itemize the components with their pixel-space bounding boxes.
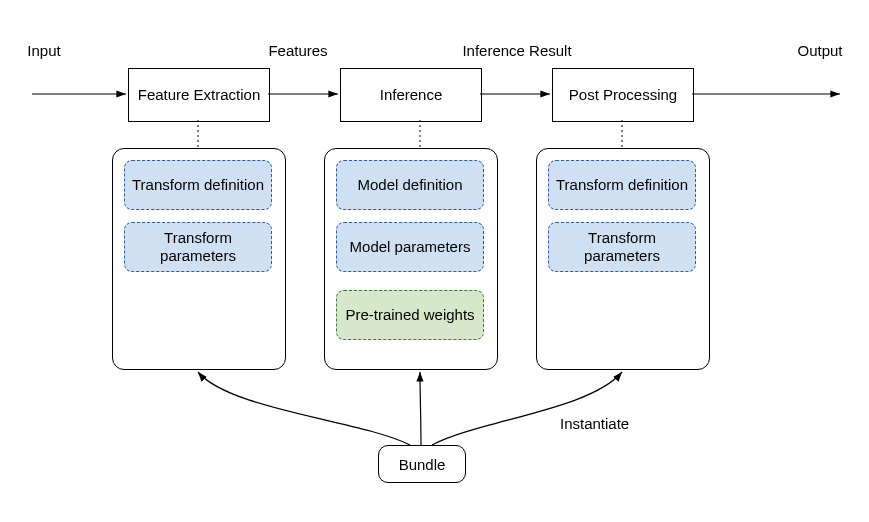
chip-inf-model-definition: Model definition	[336, 160, 484, 210]
stage-feature-extraction: Feature Extraction	[128, 68, 270, 122]
label-input: Input	[20, 42, 68, 61]
chip-pp-transform-definition: Transform definition	[548, 160, 696, 210]
stage-post-processing: Post Processing	[552, 68, 694, 122]
chip-fe-transform-definition: Transform definition	[124, 160, 272, 210]
arrow-bundle-to-fe-panel	[198, 372, 410, 445]
chip-pp-transform-parameters: Transform parameters	[548, 222, 696, 272]
arrow-bundle-to-pp-panel	[432, 372, 622, 445]
label-features: Features	[258, 42, 338, 61]
label-output: Output	[790, 42, 850, 61]
chip-fe-transform-parameters: Transform parameters	[124, 222, 272, 272]
stage-inference: Inference	[340, 68, 482, 122]
label-instantiate: Instantiate	[560, 415, 650, 434]
chip-inf-model-parameters: Model parameters	[336, 222, 484, 272]
arrow-bundle-to-inf-panel	[420, 372, 421, 445]
bundle-node: Bundle	[378, 445, 466, 483]
label-inference-result: Inference Result	[447, 42, 587, 61]
chip-inf-pretrained-weights: Pre-trained weights	[336, 290, 484, 340]
